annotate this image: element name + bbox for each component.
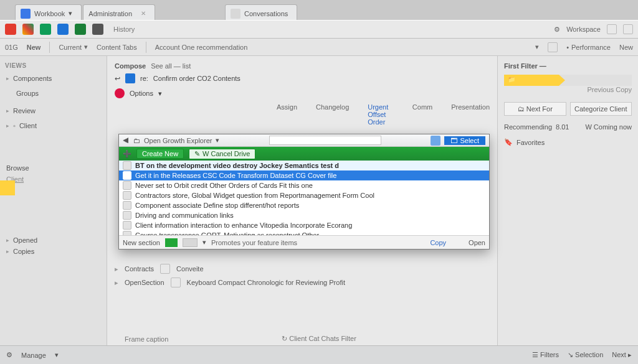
footer-center[interactable]: ↻ Client Cat Chats Filter (0, 335, 638, 343)
chevron-right-icon[interactable]: ▸ (115, 265, 118, 273)
under-label[interactable]: Contracts (125, 265, 154, 273)
box-icon[interactable] (623, 24, 633, 34)
row-value: 8.01 (556, 123, 569, 131)
dialog-toolbar: ➕ Create New ✎ W Cancel Drive (119, 147, 489, 161)
app-tab-0[interactable]: Workbook ▾ (15, 4, 82, 20)
app-icon[interactable] (57, 24, 69, 35)
mid-tab[interactable]: Presentation (451, 103, 490, 126)
copy-link[interactable]: Copy (430, 239, 446, 246)
list-row[interactable]: Contractors store, Global Widget questio… (119, 190, 489, 200)
highlight-marker (0, 180, 15, 195)
app-icon[interactable] (22, 24, 34, 35)
ribbon-group[interactable]: 01G (5, 44, 18, 51)
under-label[interactable]: OpenSection (125, 279, 164, 286)
ribbon-group[interactable]: Current▾ (59, 43, 88, 51)
chevron-right-icon[interactable]: ▸ (115, 279, 118, 287)
list-row[interactable]: Driving and communication links (119, 210, 489, 220)
reply-icon[interactable]: ↩ (115, 75, 120, 83)
chevron-down-icon[interactable]: ▾ (158, 90, 162, 98)
back-icon[interactable]: ⯇ (123, 137, 130, 144)
sidebar-item[interactable]: ▸◦ Client (5, 120, 102, 131)
under-row: ▸ Contracts Conveite (115, 264, 490, 274)
status-chip[interactable] (165, 238, 178, 247)
gear-icon[interactable]: ⚙ (554, 26, 560, 34)
ribbon-group[interactable]: Account One recommendation (155, 44, 248, 51)
under-label: Keyboard Compact Chronologic for Reviewi… (187, 279, 345, 286)
section-title: Compose (115, 62, 146, 70)
options-icon (115, 88, 125, 98)
options-label[interactable]: Options (130, 90, 153, 97)
workspace-label[interactable]: Workspace (566, 26, 601, 33)
under-row: ▸ OpenSection Keyboard Compact Chronolog… (115, 278, 490, 287)
mid-tab[interactable]: Assign (277, 103, 297, 126)
status-item[interactable]: Next ▸ (612, 351, 632, 359)
list-row-selected[interactable]: Get it in the Releases CSC Code Transfor… (119, 170, 489, 180)
status-item[interactable]: ↘ Selection (568, 351, 603, 359)
app-icon[interactable] (40, 24, 51, 35)
open-label[interactable]: Open (469, 239, 485, 246)
close-icon[interactable]: ✕ (141, 10, 146, 17)
app-icon[interactable] (5, 24, 16, 35)
toolbar-hint[interactable]: Previous Copy (587, 86, 632, 93)
right-heading: First Filter — (504, 62, 546, 70)
ribbon-group[interactable]: New (27, 44, 41, 51)
list-row[interactable]: Component associate Define stop differen… (119, 200, 489, 210)
ribbon-group[interactable]: New (619, 44, 633, 51)
ribbon-group[interactable]: Content Tabs (97, 44, 137, 51)
dialog-search-input[interactable] (269, 136, 381, 145)
chevron-down-icon[interactable]: ▾ (55, 351, 59, 359)
app-tab-label: Conversations (244, 10, 288, 17)
sidebar: Views ▸Components Groups ▸Review ▸◦ Clie… (0, 56, 107, 345)
sidebar-item[interactable]: Browse (5, 162, 102, 174)
row-label[interactable]: Favorites (517, 139, 545, 146)
sidebar-item[interactable]: ▸Opened (5, 235, 102, 246)
categorize-button[interactable]: Categorize Client (570, 102, 632, 116)
app-icon[interactable] (92, 24, 103, 35)
sidebar-item[interactable]: Client (5, 174, 102, 185)
manage-label[interactable]: Manage (21, 352, 46, 359)
row-sub: W Coming now (585, 123, 632, 131)
app-icon[interactable] (75, 24, 86, 35)
ribbon-toolbar: 01G New Current▾ Content Tabs Account On… (0, 39, 638, 56)
status-item[interactable]: ☰ Filters (532, 351, 559, 359)
subject-row: ↩ re: Confirm order CO2 Contents (115, 73, 490, 83)
status-bar: ⚙ Manage ▾ ☰ Filters ↘ Selection Next ▸ (0, 345, 638, 364)
list-row[interactable]: Never set to Orbit credit Other Orders o… (119, 180, 489, 190)
mid-tab[interactable]: Comm (412, 103, 432, 126)
window-tabstrip: Workbook ▾ Administration ✕ Conversation… (0, 0, 638, 20)
box-icon[interactable] (607, 24, 617, 34)
view-icon[interactable] (431, 136, 440, 146)
mid-tabs: Assign Changelog Urgent Offset Order Com… (277, 103, 490, 126)
select-button[interactable]: 🗔 Select (444, 136, 485, 145)
under-label[interactable]: Conveite (176, 265, 203, 273)
status-chip[interactable] (183, 238, 198, 247)
cancel-drive-button[interactable]: ✎ W Cancel Drive (189, 149, 255, 159)
mid-tab[interactable]: Urgent Offset Order (368, 103, 394, 126)
list-row[interactable]: BT on the development video destroy Jock… (119, 161, 489, 170)
status-left: New section (123, 239, 160, 246)
create-new-button[interactable]: Create New (136, 149, 184, 159)
app-tab-2[interactable]: Conversations (225, 4, 297, 20)
add-icon[interactable]: ➕ (123, 150, 131, 158)
list-row[interactable]: Client information interaction to enhanc… (119, 220, 489, 230)
app-tab-label: Workbook (34, 10, 65, 17)
app-icon-bar: History ⚙ Workspace (0, 20, 638, 39)
sidebar-item[interactable]: ▸Review (5, 105, 102, 116)
box-icon[interactable] (548, 42, 558, 52)
list-row[interactable]: Course transparence GORT, Motivating as … (119, 230, 489, 235)
sidebar-item[interactable]: ▸Copies (5, 246, 102, 257)
chevron-down-icon[interactable]: ▾ (202, 238, 206, 246)
app-tab-1[interactable]: Administration ✕ (83, 4, 155, 20)
hint-text: See all — list (151, 62, 191, 70)
chevron-down-icon[interactable]: ▾ (535, 43, 539, 51)
chevron-down-icon[interactable]: ▾ (216, 136, 219, 144)
breadcrumb[interactable]: Open Growth Explorer (144, 137, 212, 144)
sidebar-item[interactable]: Groups (5, 88, 102, 99)
gear-icon[interactable]: ⚙ (6, 351, 12, 359)
ribbon-group[interactable]: • Performance (566, 44, 611, 51)
sidebar-item[interactable]: ▸Components (5, 73, 102, 84)
next-for-button[interactable]: 🗂 Next For (504, 102, 566, 116)
mid-tab[interactable]: Changelog (316, 103, 349, 126)
progress-highlight: 📁 (504, 75, 632, 86)
history-label[interactable]: History (113, 26, 135, 33)
